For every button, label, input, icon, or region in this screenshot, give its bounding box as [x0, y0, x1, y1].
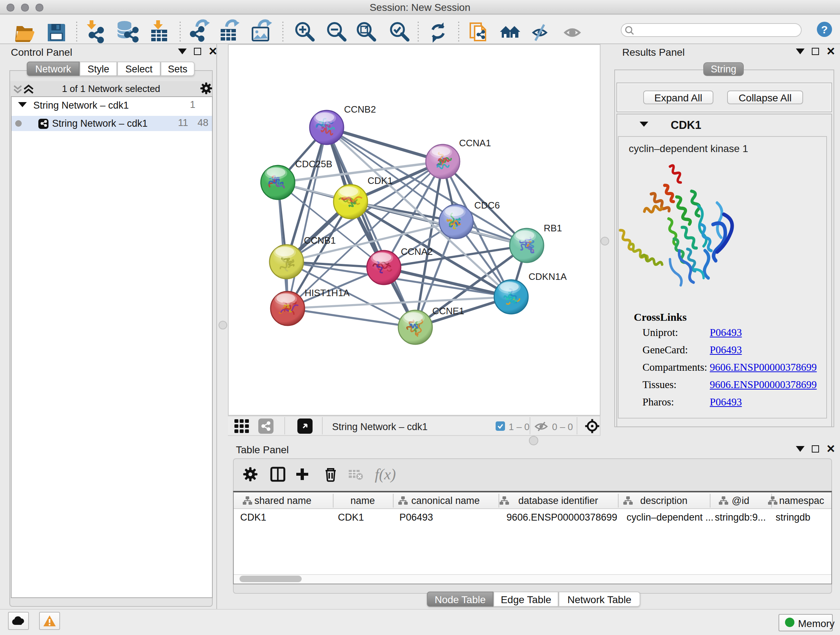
svg-text:f(x): f(x) — [375, 466, 396, 483]
svg-text:HIST1H1A: HIST1H1A — [305, 287, 350, 298]
svg-text:CDC25B: CDC25B — [295, 158, 332, 169]
svg-text:RB1: RB1 — [544, 223, 562, 233]
svg-text:CCNB1: CCNB1 — [304, 235, 336, 246]
svg-text:CDKN1A: CDKN1A — [529, 271, 567, 282]
svg-text:CDK1: CDK1 — [368, 175, 393, 186]
svg-text:CDC6: CDC6 — [474, 200, 500, 211]
svg-text:CCNA2: CCNA2 — [401, 246, 433, 257]
svg-text:CCNE1: CCNE1 — [432, 306, 464, 317]
svg-text:CCNA1: CCNA1 — [459, 138, 491, 149]
svg-text:CCNB2: CCNB2 — [344, 104, 376, 115]
